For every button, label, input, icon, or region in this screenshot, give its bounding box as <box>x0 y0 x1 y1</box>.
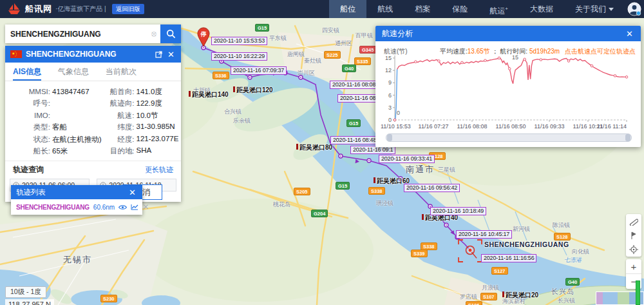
track-time-label[interactable]: 2020-11-16 09:33:41 <box>379 155 435 163</box>
search-button[interactable] <box>160 25 181 43</box>
svg-text:11/16 08:50: 11/16 08:50 <box>496 123 526 130</box>
tab-ais-info[interactable]: AIS信息 <box>13 63 41 81</box>
svg-text:11/10 15:53: 11/10 15:53 <box>381 123 411 130</box>
field-label: IMO: <box>9 112 50 119</box>
nav-item-1[interactable]: 船位 <box>329 0 366 18</box>
speed-chart-icon[interactable] <box>131 204 138 210</box>
field-label: 类型: <box>9 123 50 132</box>
old-version-badge[interactable]: 返回旧版 <box>112 4 144 14</box>
field-label: 船首向: <box>93 87 135 97</box>
longer-track-link[interactable]: 更长轨迹 <box>145 165 173 175</box>
remove-track-icon[interactable]: ✕ <box>142 202 149 212</box>
distance-marker-label: 距吴淞口20 <box>502 291 538 300</box>
nav-item-3[interactable]: 档案 <box>404 0 441 18</box>
track-time-label[interactable]: 2020-11-16 09:56:42 <box>404 184 460 192</box>
top-navbar: 船讯网 ·亿海蓝旗下产品 | 返回旧版 船位航线档案保险航运+大数据关于我们 <box>0 0 644 18</box>
nav-item-6[interactable]: 大数据 <box>519 0 564 18</box>
tab-weather-info[interactable]: 气象信息 <box>58 63 89 81</box>
track-time-label[interactable]: 2020-11-10 15:53:53 <box>211 37 267 45</box>
field-value: 65米 <box>50 146 68 156</box>
tab-current-voyage[interactable]: 当前航次 <box>106 63 137 81</box>
field-label: 纬度: <box>93 123 135 132</box>
visibility-icon[interactable] <box>118 204 127 210</box>
brand-subtitle: ·亿海蓝旗下产品 | <box>55 5 106 14</box>
field-label: 经度: <box>93 135 135 144</box>
search-input[interactable] <box>5 25 147 43</box>
track-time-label[interactable]: 2020-11-16 10:18:49 <box>430 207 486 215</box>
clear-search-icon[interactable]: ⦻ <box>147 25 160 43</box>
ship-panel-tabs: AIS信息 气象信息 当前航次 <box>5 63 181 81</box>
close-speed-panel-icon[interactable]: ✕ <box>625 29 634 39</box>
field-label: 状态: <box>9 135 50 144</box>
track-ship-name[interactable]: SHENCHENGZHIGUANG <box>16 204 90 211</box>
track-list-title: 轨迹列表 <box>16 188 128 197</box>
svg-text:11/16 11:14: 11/16 11:14 <box>597 123 627 130</box>
chart-range-scrollbar[interactable] <box>386 133 632 142</box>
nav-item-5[interactable]: 航运+ <box>478 0 519 18</box>
map-toolbar <box>626 214 641 257</box>
measure-ruler-icon[interactable] <box>626 214 641 228</box>
speed-panel-title: 航速分析 <box>382 28 625 39</box>
track-distance: 60.6nm <box>93 204 115 211</box>
track-time-label[interactable]: 2020-11-16 11:16:56 <box>481 254 536 262</box>
speed-line-chart[interactable]: 0369121511/10 15:5311/16 07:2711/16 08:0… <box>381 53 636 132</box>
svg-text:11/16 09:33: 11/16 09:33 <box>535 123 565 130</box>
field-label: MMSI: <box>9 88 50 95</box>
field-label: 目的地: <box>93 146 135 156</box>
nav-menu: 船位航线档案保险航运+大数据关于我们 <box>329 0 625 18</box>
china-flag-icon: ★ <box>10 50 22 58</box>
ais-field-row: IMO:航速:10.0节 <box>9 110 177 122</box>
nav-item-2[interactable]: 航线 <box>366 0 404 18</box>
ais-field-row: 类型:客船纬度:31-30.985N <box>9 122 177 134</box>
svg-text:★: ★ <box>12 52 15 55</box>
nav-item-4[interactable]: 保险 <box>441 0 478 18</box>
field-value: 121-23.077E <box>135 135 179 144</box>
external-link-icon[interactable] <box>155 51 162 58</box>
svg-text:11/16 07:27: 11/16 07:27 <box>419 123 449 130</box>
field-value: 10.0节 <box>135 111 158 121</box>
field-value <box>50 99 52 108</box>
field-label: 船长: <box>9 146 50 156</box>
ais-fields: MMSI:413847467船首向:141.0度呼号:航迹向:122.9度IMO… <box>5 81 181 157</box>
bearing-flag-icon[interactable] <box>626 228 641 242</box>
field-label: 航迹向: <box>93 99 135 108</box>
svg-text:停: 停 <box>200 31 207 37</box>
field-value: 141.0度 <box>135 87 162 97</box>
svg-text:0: 0 <box>397 110 400 116</box>
track-time-label[interactable]: 2020-11-10 16:22:29 <box>211 52 267 61</box>
svg-text:6: 6 <box>388 92 392 99</box>
chevron-down-icon <box>609 8 614 11</box>
ais-field-row: 船长:65米目的地:SHA <box>9 146 177 158</box>
field-value: 客船 <box>50 123 67 132</box>
svg-text:12: 12 <box>385 67 392 74</box>
minimap-handle[interactable] <box>636 280 640 305</box>
track-list-item: SHENCHENGZHIGUANG 60.6nm ✕ <box>11 199 142 215</box>
ship-info-panel: ★ SHENCHENGZHIGUANG ✕ AIS信息 气象信息 当前航次 MM… <box>5 46 181 202</box>
track-time-label[interactable]: 2020-11-16 07:09:37 <box>231 66 287 75</box>
distance-marker-label: 距吴淞口120 <box>233 86 273 95</box>
track-start-pin-icon: 停 <box>196 26 211 48</box>
user-avatar[interactable] <box>627 2 641 16</box>
track-time-label[interactable]: 2020-11-16 10:45:17 <box>456 230 512 239</box>
field-value <box>50 112 52 119</box>
scrollbar-right-handle[interactable] <box>625 134 630 141</box>
field-label: 呼号: <box>9 99 50 108</box>
locate-crosshair-icon[interactable] <box>626 242 641 257</box>
cursor-coordinates: 118-27.957 N <box>5 299 54 305</box>
ship-panel-title: SHENCHENGZHIGUANG <box>26 50 151 59</box>
search-icon <box>166 29 176 39</box>
brand[interactable]: 船讯网 ·亿海蓝旗下产品 | 返回旧版 <box>0 3 144 15</box>
track-list-panel: 轨迹列表 ✕ SHENCHENGZHIGUANG 60.6nm ✕ <box>11 185 142 215</box>
zoom-in-button[interactable]: + <box>626 259 641 274</box>
field-value: 122.9度 <box>135 99 162 108</box>
distance-marker-label: 距吴淞口80 <box>296 143 332 152</box>
svg-text:11/16 08:08: 11/16 08:08 <box>457 123 488 130</box>
svg-text:15: 15 <box>385 55 392 61</box>
nav-item-7[interactable]: 关于我们 <box>564 0 625 18</box>
scrollbar-left-handle[interactable] <box>387 134 392 141</box>
ship-search-bar: ⦻ <box>5 25 181 43</box>
field-label: 航速: <box>93 111 135 121</box>
close-ship-panel-icon[interactable]: ✕ <box>166 50 176 59</box>
close-track-list-icon[interactable]: ✕ <box>128 188 137 197</box>
track-query-title: 轨迹查询 <box>13 164 44 175</box>
